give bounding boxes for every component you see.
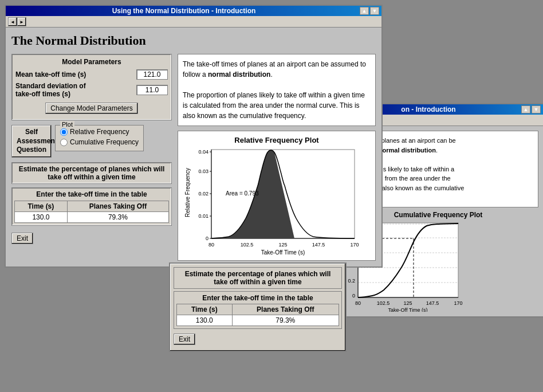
mean-param-row: Mean take-off time (s): [15, 69, 168, 80]
bg-title-buttons[interactable]: ▲ ▼: [521, 105, 541, 113]
svg-text:170: 170: [350, 242, 359, 248]
bottom-window-content: Estimate the percentage of planes which …: [170, 264, 345, 351]
cell-time: 130.0: [15, 211, 68, 222]
chart-title: Relative Frequency Plot: [183, 136, 371, 144]
bg-minimize-btn[interactable]: ▲: [521, 105, 530, 113]
radio-cum-freq-label: Cumulative Frequency: [70, 138, 139, 146]
std-input[interactable]: [136, 85, 168, 95]
svg-text:0.02: 0.02: [198, 191, 208, 197]
bg-maximize-btn[interactable]: ▼: [532, 105, 541, 113]
bottom-enter-label: Enter the take-off time in the table: [176, 294, 339, 302]
radio-rel-freq-label: Relative Frequency: [70, 128, 129, 136]
bottom-estimate-box: Estimate the percentage of planes which …: [174, 267, 342, 289]
area-label: Area = 0.793: [226, 190, 259, 197]
svg-text:80: 80: [355, 300, 361, 306]
exit-btn[interactable]: Exit: [11, 233, 33, 244]
svg-text:147.5: 147.5: [426, 300, 439, 306]
right-panel: The take-off times of planes at an airpo…: [178, 54, 376, 261]
x-axis-label: Take-Off Time (s): [261, 249, 305, 256]
mean-input[interactable]: [136, 69, 168, 80]
main-window: Using the Normal Distribution - Introduc…: [5, 5, 383, 268]
bottom-window: Estimate the percentage of planes which …: [169, 262, 347, 352]
svg-text:0: 0: [352, 293, 355, 299]
radio-cum-freq[interactable]: Cumulative Frequency: [60, 138, 139, 146]
exit-section: Exit: [11, 230, 172, 246]
main-layout: Model Parameters Mean take-off time (s) …: [11, 54, 376, 261]
svg-text:102.5: 102.5: [241, 242, 254, 248]
std-param-row: Standard deviation oftake-off times (s): [15, 82, 168, 98]
scroll-right-btn[interactable]: ►: [17, 17, 26, 26]
svg-text:125: 125: [403, 300, 412, 306]
page-title: The Normal Distribution: [11, 33, 376, 48]
bottom-exit-btn[interactable]: Exit: [174, 334, 195, 345]
change-params-btn[interactable]: Change Model Parameters: [45, 103, 137, 114]
change-btn-container: Change Model Parameters: [15, 100, 168, 116]
bottom-col-planes: Planes Taking Off: [232, 304, 339, 315]
bottom-data-table: Time (s) Planes Taking Off 130.0 79.3%: [176, 304, 339, 326]
y-axis-label: Relative Frequency: [184, 168, 191, 217]
estimate-box: Estimate the percentage of planes which …: [11, 162, 172, 184]
svg-text:0.03: 0.03: [198, 168, 208, 174]
sa-label: Self Assessment Question: [17, 128, 57, 154]
menubar: ◄ ►: [6, 16, 381, 28]
title-bar: Using the Normal Distribution - Introduc…: [6, 6, 381, 16]
rel-freq-svg: 0 0.01 0.02 0.03 0.04: [183, 147, 360, 256]
maximize-btn[interactable]: ▼: [370, 7, 379, 15]
bottom-cell-planes: 79.3%: [232, 315, 339, 326]
title-bar-buttons[interactable]: ▲ ▼: [360, 7, 379, 15]
bottom-estimate-text: Estimate the percentage of planes which …: [185, 270, 331, 286]
mean-label: Mean take-off time (s): [15, 70, 86, 79]
estimate-text: Estimate the percentage of planes which …: [19, 165, 165, 181]
radio-cum-freq-input[interactable]: [60, 139, 68, 146]
svg-text:102.5: 102.5: [377, 300, 390, 306]
plot-legend: Plot: [60, 121, 74, 128]
bottom-cell-time: 130.0: [177, 315, 233, 326]
bottom-col-time: Time (s): [177, 304, 233, 315]
info-line1: The take-off times of planes at an airpo…: [183, 59, 371, 80]
scroll-left-btn[interactable]: ◄: [8, 17, 17, 26]
svg-text:0.04: 0.04: [198, 149, 208, 155]
bottom-table-section: Enter the take-off time in the table Tim…: [174, 291, 342, 329]
table-section: Enter the take-off time in the table Tim…: [11, 187, 172, 226]
content-area: The Normal Distribution Model Parameters…: [6, 28, 381, 266]
svg-text:125: 125: [278, 242, 287, 248]
svg-text:147.5: 147.5: [312, 242, 325, 248]
minimize-btn[interactable]: ▲: [360, 7, 369, 15]
table-label: Enter the take-off time in the table: [14, 190, 169, 198]
radio-rel-freq-input[interactable]: [60, 128, 68, 136]
svg-text:0: 0: [206, 236, 208, 241]
left-panel: Model Parameters Mean take-off time (s) …: [11, 54, 172, 261]
bottom-table-row: 130.0 79.3%: [177, 315, 339, 326]
radio-rel-freq[interactable]: Relative Frequency: [60, 128, 139, 136]
col-time: Time (s): [15, 201, 68, 211]
model-params-box: Model Parameters Mean take-off time (s) …: [11, 54, 172, 120]
svg-text:Take-Off Time (s): Take-Off Time (s): [388, 307, 428, 312]
cell-planes: 79.3%: [67, 211, 168, 222]
chart-box: Relative Frequency Plot 0: [178, 131, 376, 261]
plot-group: Plot Relative Frequency Cumulative Frequ…: [55, 125, 144, 151]
data-table: Time (s) Planes Taking Off 130.0 79.3%: [14, 201, 169, 223]
window-title: Using the Normal Distribution - Introduc…: [8, 7, 360, 15]
table-row: 130.0 79.3%: [15, 211, 169, 222]
info-box: The take-off times of planes at an airpo…: [178, 54, 376, 126]
svg-text:170: 170: [454, 300, 462, 306]
svg-text:0.01: 0.01: [198, 213, 208, 219]
svg-text:0.2: 0.2: [348, 278, 355, 284]
svg-text:80: 80: [208, 242, 214, 248]
info-line2: The proportion of planes likely to take …: [183, 90, 371, 121]
col-planes: Planes Taking Off: [67, 201, 168, 211]
self-assessment-btn[interactable]: Self Assessment Question: [11, 125, 52, 158]
std-label: Standard deviation oftake-off times (s): [15, 82, 86, 98]
sa-plot-section: Self Assessment Question Plot Relative F…: [11, 125, 172, 158]
model-params-title: Model Parameters: [15, 58, 168, 66]
